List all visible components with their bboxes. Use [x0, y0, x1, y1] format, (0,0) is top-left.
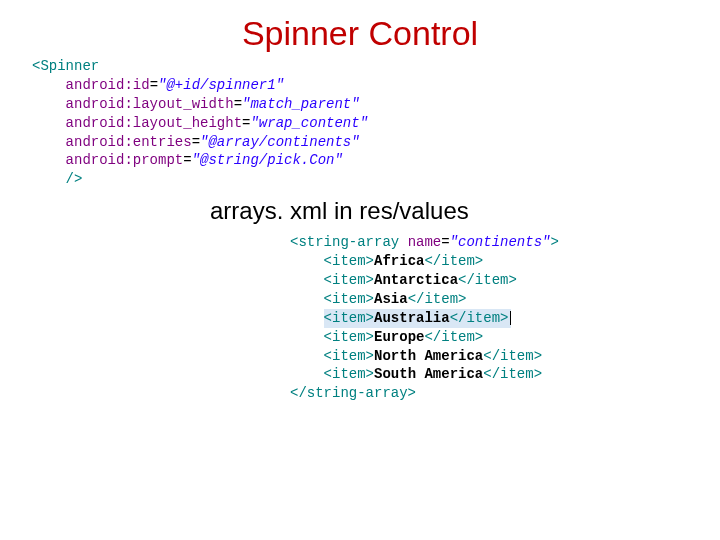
spinner-code-block: <Spinner android:id="@+id/spinner1" andr…	[32, 57, 720, 189]
array-code-block: <string-array name="continents"> <item>A…	[290, 233, 720, 403]
subtitle: arrays. xml in res/values	[210, 197, 720, 225]
page-title: Spinner Control	[0, 14, 720, 53]
